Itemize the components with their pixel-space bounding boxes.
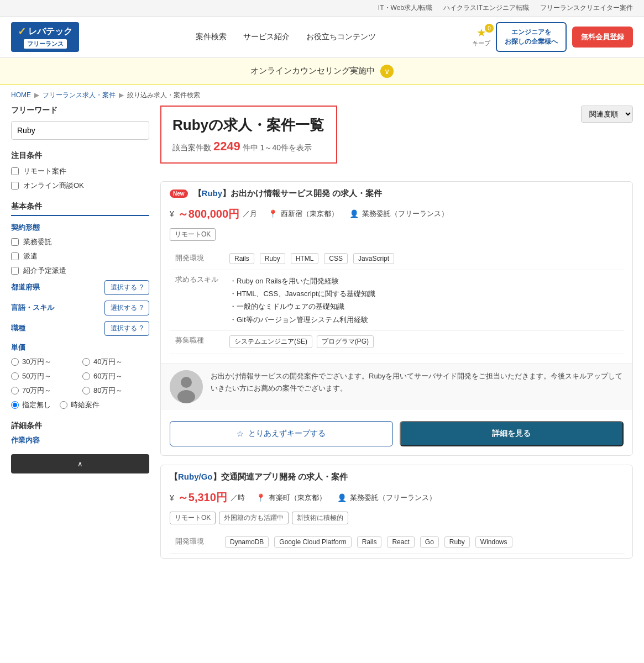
price-radio-1[interactable]: 40万円～ [82,357,149,367]
env-tag-ruby: Ruby [260,253,285,264]
job-1-meta: ¥ ～800,000円 ／月 📍 西新宿（東京都） 👤 業務委託（フリーランス） [161,203,632,225]
prefecture-row: 都道府県 選択する ? [11,280,149,295]
job-card-1-header: New 【Ruby】お出かけ情報サービス開発 の求人・案件 [161,182,632,203]
topnav-item-1[interactable]: IT・Web求人/転職 [378,3,432,13]
env-tag-dynamo: DynamoDB [225,536,269,548]
job-1-actions: ☆ とりあえずキープする 詳細を見る [161,414,632,455]
price-radio-2[interactable]: 50万円～ [11,371,78,381]
env-tag-ruby-2: Ruby [444,536,470,548]
price-hourly-radio[interactable]: 時給案件 [60,400,100,410]
keep-badge: 0 [485,24,494,33]
job-1-tags: リモートOK [161,225,632,244]
tag-new-tech: 新技術に積極的 [292,512,348,524]
location-icon-2: 📍 [256,493,265,502]
env-tags-cell-2: DynamoDB Google Cloud Platform Rails Rea… [219,532,624,554]
job-card-1: New 【Ruby】お出かけ情報サービス開発 の求人・案件 ¥ ～800,000… [160,181,633,456]
person-icon: 👤 [349,209,359,218]
content-area: Rubyの求人・案件一覧 該当案件数 2249 件中 1～40件を表示 関連度順… [160,106,633,568]
attention-label: 注目条件 [11,151,149,161]
nav-jobs[interactable]: 案件検索 [196,32,227,42]
job-2-contract: 👤 業務委託（フリーランス） [337,493,436,503]
job-2-salary: ¥ ～5,310円 ／時 [170,490,245,505]
person-icon-2: 👤 [337,493,347,502]
contract-label: 契約形態 [11,223,149,233]
skill-label-cell: 求めるスキル [170,270,224,331]
breadcrumb-freelance[interactable]: フリーランス求人・案件 [43,91,116,100]
price-radio-5[interactable]: 80万円～ [82,386,149,396]
price-radio-4[interactable]: 70万円～ [11,386,78,396]
register-button[interactable]: 無料会員登録 [572,27,633,48]
job-card-2: 【Ruby/Go】交通関連アプリ開発 の求人・案件 ¥ ～5,310円 ／時 📍… [160,465,633,559]
online-checkbox[interactable]: オンライン商談OK [11,181,149,191]
breadcrumb-home[interactable]: HOME [11,91,31,99]
freeword-label: フリーワード [11,106,149,115]
breadcrumb-sep-2: ▶ [119,91,124,99]
job-2-details: 開発環境 DynamoDB Google Cloud Platform Rail… [161,528,632,558]
keep-job-1-button[interactable]: ☆ とりあえずキープする [170,421,393,446]
question-icon-job: ? [139,324,143,332]
banner-expand-icon[interactable]: ∨ [380,65,394,78]
job-card-2-header: 【Ruby/Go】交通関連アプリ開発 の求人・案件 [161,465,632,487]
logo-check-icon: ✓ [18,25,26,38]
tag-foreign: 外国籍の方も活躍中 [219,512,289,524]
env-tag-gcp: Google Cloud Platform [274,536,351,548]
result-count: 該当案件数 2249 件中 1～40件を表示 [172,139,325,154]
job-type-label: 職種 [11,323,25,333]
job-type-row-detail: 募集職種 システムエンジニア(SE) プログラマ(PG) [170,331,624,354]
salary-value-2: ～5,310円 [177,490,227,505]
online-counseling-banner[interactable]: オンラインカウンセリング実施中 ∨ [0,58,644,85]
env-tags: Rails Ruby HTML CSS JavaScript [229,253,618,265]
detail-table-2: 開発環境 DynamoDB Google Cloud Platform Rail… [170,532,624,554]
logo[interactable]: ✓ レバテック フリーランス [11,22,79,52]
skill-label: 言語・スキル [11,303,54,313]
breadcrumb: HOME ▶ フリーランス求人・案件 ▶ 絞り込み求人・案件検索 [0,85,644,106]
detail-label: 詳細条件 [11,421,149,431]
keep-button[interactable]: ★ 0 キープ [472,26,490,48]
job-type-select-button[interactable]: 選択する ? [104,321,149,336]
page-header-box: Rubyの求人・案件一覧 該当案件数 2249 件中 1～40件を表示 [160,106,337,164]
topnav-item-2[interactable]: ハイクラスITエンジニア転職 [443,3,529,13]
breadcrumb-current: 絞り込み求人・案件検索 [127,91,200,100]
job-title-1[interactable]: 【Ruby】お出かけ情報サービス開発 の求人・案件 [193,188,383,199]
question-icon: ? [139,283,143,291]
main-header: ✓ レバテック フリーランス 案件検索 サービス紹介 お役立ちコンテンツ ★ 0… [0,17,644,58]
skill-row: 言語・スキル 選択する ? [11,301,149,315]
price-radio-3[interactable]: 60万円～ [82,371,149,381]
prefecture-select-button[interactable]: 選択する ? [104,280,149,295]
env-tag-rails-2: Rails [357,536,382,548]
job-1-location: 📍 西新宿（東京都） [268,209,338,219]
sort-select[interactable]: 関連度順 [581,106,633,123]
detail-section: 詳細条件 作業内容 [11,421,149,445]
job-type-pg: プログラマ(PG) [317,335,374,348]
env-row: 開発環境 Rails Ruby HTML CSS JavaScript [170,249,624,270]
scroll-top-button[interactable]: ∧ [11,454,149,473]
nav-content[interactable]: お役立ちコンテンツ [306,32,376,42]
remote-checkbox[interactable]: リモート案件 [11,166,149,176]
price-none-radio[interactable]: 指定無し [11,400,51,410]
job-type-se: システムエンジニア(SE) [229,335,312,348]
basic-section-title: 基本条件 [11,202,149,216]
nav-service[interactable]: サービス紹介 [243,32,290,42]
price-grid: 30万円～ 40万円～ 50万円～ 60万円～ 70万円～ [11,357,149,396]
contract-checkbox-2[interactable]: 紹介予定派遣 [11,266,149,276]
engineer-search-button[interactable]: エンジニアをお探しの企業様へ [496,22,567,52]
env-tag-html: HTML [291,253,319,264]
page-title: Rubyの求人・案件一覧 [172,115,325,135]
job-1-details: 開発環境 Rails Ruby HTML CSS JavaScript [161,244,632,359]
env-tags-2: DynamoDB Google Cloud Platform Rails Rea… [225,536,618,549]
tag-remote-2: リモートOK [170,512,216,524]
job-title-2[interactable]: 【Ruby/Go】交通関連アプリ開発 の求人・案件 [170,472,348,482]
contract-checkbox-1[interactable]: 派遣 [11,251,149,261]
breadcrumb-sep-1: ▶ [34,91,39,99]
job-type-row: 職種 選択する ? [11,321,149,336]
detail-job-1-button[interactable]: 詳細を見る [400,421,624,446]
price-radio-0[interactable]: 30万円～ [11,357,78,367]
content-header: Rubyの求人・案件一覧 該当案件数 2249 件中 1～40件を表示 関連度順 [160,106,633,175]
attention-section: 注目条件 リモート案件 オンライン商談OK [11,151,149,191]
topnav-item-3[interactable]: フリーランスクリエイター案件 [540,3,633,13]
freeword-input[interactable] [11,121,149,140]
salary-value: ～800,000円 [177,207,239,222]
skill-select-button[interactable]: 選択する ? [104,301,149,315]
env-tag-windows: Windows [475,536,512,548]
contract-checkbox-0[interactable]: 業務委託 [11,237,149,247]
